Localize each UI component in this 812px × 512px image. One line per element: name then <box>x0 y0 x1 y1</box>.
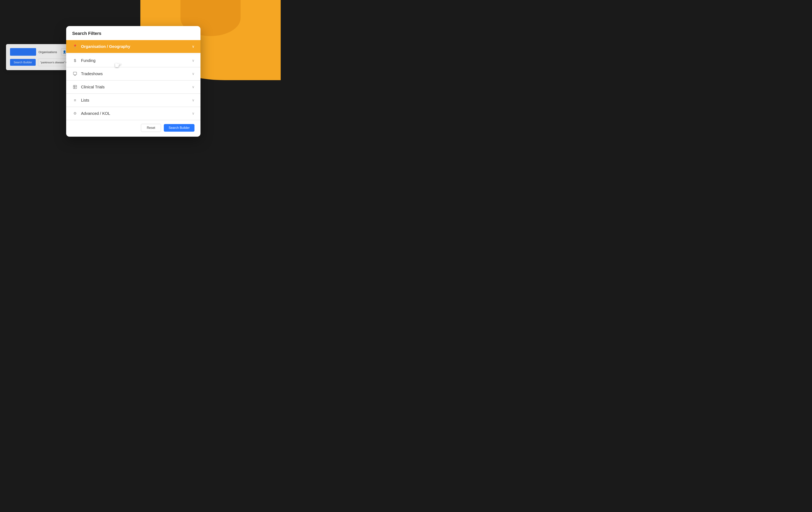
filter-label-lists: Lists <box>81 98 192 102</box>
filter-label-funding: Funding <box>81 58 192 63</box>
bg-search-builder-button[interactable]: Search Builder <box>10 59 36 66</box>
dollar-icon: $ <box>72 58 78 63</box>
lists-icon: ≡ <box>72 97 78 103</box>
chevron-down-icon-clinical-trials: ∨ <box>192 85 195 89</box>
filter-row-tradeshows[interactable]: Tradeshows ∨ <box>66 67 201 80</box>
search-builder-button[interactable]: Search Builder <box>164 124 195 132</box>
bg-blue-placeholder <box>10 48 36 56</box>
chevron-down-icon-org-geo: ∨ <box>192 44 195 49</box>
filter-row-advanced-kol[interactable]: ⚙ Advanced / KOL ∨ <box>66 107 201 120</box>
filter-row-clinical-trials[interactable]: Clinical Trials ∨ <box>66 81 201 94</box>
reset-button[interactable]: Reset <box>141 124 161 132</box>
chevron-down-icon-funding: ∨ <box>192 58 195 63</box>
filter-label-tradeshows: Tradeshows <box>81 71 192 76</box>
chevron-down-icon-tradeshows: ∨ <box>192 71 195 76</box>
modal-title: Search Filters <box>72 31 195 36</box>
tradeshows-icon <box>72 71 78 77</box>
filter-label-advanced-kol: Advanced / KOL <box>81 111 192 116</box>
chevron-down-icon-advanced-kol: ∨ <box>192 111 195 116</box>
modal-footer: Reset Search Builder <box>66 120 201 137</box>
modal-header: Search Filters <box>66 26 201 40</box>
bg-organisations-label: Organisations <box>38 50 57 54</box>
gear-icon: ⚙ <box>72 111 78 116</box>
chevron-down-icon-lists: ∨ <box>192 98 195 102</box>
svg-rect-0 <box>74 72 77 75</box>
clinical-trials-icon <box>72 84 78 90</box>
search-filters-modal: Search Filters 📍 Organisation / Geograph… <box>66 26 201 137</box>
filter-row-lists[interactable]: ≡ Lists ∨ <box>66 94 201 107</box>
filter-row-funding[interactable]: $ Funding ∨ <box>66 54 201 67</box>
location-pin-icon: 📍 <box>72 44 78 49</box>
filter-label-clinical-trials: Clinical Trials <box>81 85 192 89</box>
filter-row-org-geo[interactable]: 📍 Organisation / Geography ∨ <box>66 40 201 53</box>
filter-label-org-geo: Organisation / Geography <box>81 44 192 49</box>
